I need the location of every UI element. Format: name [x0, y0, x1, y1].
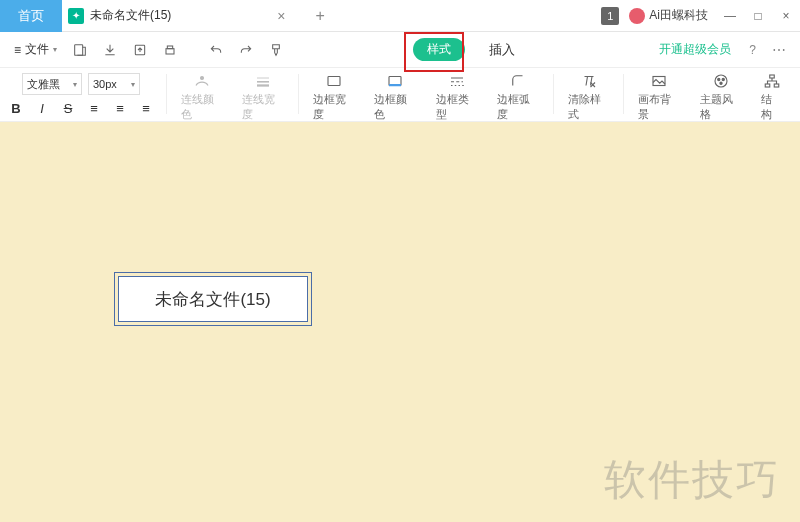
border-radius-label: 边框弧度 — [497, 92, 539, 122]
line-width-button[interactable]: 连线宽度 — [232, 72, 294, 122]
border-type-button[interactable]: 边框类型 — [426, 72, 488, 122]
export-button[interactable] — [127, 37, 153, 63]
font-family-value: 文雅黑 — [27, 77, 60, 92]
theme-style-label: 主题风格 — [700, 92, 742, 122]
window-controls: — □ × — [716, 9, 800, 23]
save-button[interactable] — [97, 37, 123, 63]
title-bar: 首页 ✦ 未命名文件(15) × + 1 Ai田螺科技 — □ × — [0, 0, 800, 32]
svg-rect-0 — [75, 44, 83, 55]
structure-button[interactable]: 结构 — [751, 72, 792, 122]
home-tab[interactable]: 首页 — [0, 0, 62, 32]
svg-rect-7 — [389, 84, 401, 86]
maximize-button[interactable]: □ — [744, 9, 772, 23]
close-window-button[interactable]: × — [772, 9, 800, 23]
root-node-text: 未命名文件(15) — [155, 288, 270, 311]
svg-rect-14 — [765, 84, 770, 87]
watermark-text: 软件技巧 — [604, 452, 780, 508]
svg-rect-13 — [769, 75, 774, 78]
chevron-down-icon: ▾ — [53, 45, 57, 54]
border-radius-button[interactable]: 边框弧度 — [487, 72, 549, 122]
align-center-button[interactable]: ≡ — [110, 97, 130, 119]
minimize-button[interactable]: — — [716, 9, 744, 23]
menu-bar: ≡ 文件 ▾ 样式 插入 开通超级会员 ? ⋯ — [0, 32, 800, 68]
border-width-button[interactable]: 边框宽度 — [303, 72, 365, 122]
theme-style-button[interactable]: 主题风格 — [690, 72, 752, 122]
border-type-label: 边框类型 — [436, 92, 478, 122]
font-family-select[interactable]: 文雅黑 ▾ — [22, 73, 82, 95]
redo-button[interactable] — [233, 37, 259, 63]
clear-style-button[interactable]: 清除样式 — [558, 72, 620, 122]
svg-rect-5 — [328, 77, 340, 86]
chevron-down-icon: ▾ — [73, 80, 77, 89]
separator — [623, 74, 624, 114]
file-tab[interactable]: ✦ 未命名文件(15) × — [62, 0, 296, 32]
member-link[interactable]: 开通超级会员 — [659, 41, 731, 58]
bold-button[interactable]: B — [6, 97, 26, 119]
root-node[interactable]: 未命名文件(15) — [118, 276, 308, 322]
new-button[interactable] — [67, 37, 93, 63]
close-tab-button[interactable]: × — [277, 8, 285, 24]
toolbar: 文雅黑 ▾ 30px ▾ B I S ≡ ≡ ≡ 连线颜色 连线宽度 边框宽度 — [0, 68, 800, 122]
svg-point-12 — [719, 82, 721, 84]
svg-rect-2 — [166, 48, 174, 53]
structure-label: 结构 — [761, 92, 782, 122]
format-painter-button[interactable] — [263, 37, 289, 63]
line-width-label: 连线宽度 — [242, 92, 284, 122]
document-icon: ✦ — [68, 8, 84, 24]
undo-button[interactable] — [203, 37, 229, 63]
font-size-value: 30px — [93, 78, 117, 90]
print-button[interactable] — [157, 37, 183, 63]
svg-point-9 — [715, 75, 727, 87]
hamburger-icon: ≡ — [14, 43, 21, 57]
svg-point-4 — [200, 77, 203, 80]
line-color-button[interactable]: 连线颜色 — [171, 72, 233, 122]
file-menu[interactable]: ≡ 文件 ▾ — [8, 41, 63, 58]
align-left-button[interactable]: ≡ — [84, 97, 104, 119]
svg-rect-3 — [167, 46, 172, 49]
separator — [166, 74, 167, 114]
canvas-area[interactable]: 未命名文件(15) 软件技巧 — [0, 122, 800, 522]
insert-tab[interactable]: 插入 — [473, 36, 531, 64]
canvas-bg-button[interactable]: 画布背景 — [628, 72, 690, 122]
border-color-label: 边框颜色 — [374, 92, 416, 122]
strikethrough-button[interactable]: S — [58, 97, 78, 119]
separator — [298, 74, 299, 114]
file-menu-label: 文件 — [25, 41, 49, 58]
file-tab-label: 未命名文件(15) — [90, 7, 171, 24]
separator — [553, 74, 554, 114]
border-width-label: 边框宽度 — [313, 92, 355, 122]
more-button[interactable]: ⋯ — [766, 42, 792, 58]
line-color-label: 连线颜色 — [181, 92, 223, 122]
avatar-icon — [629, 8, 645, 24]
align-right-button[interactable]: ≡ — [136, 97, 156, 119]
svg-point-10 — [717, 78, 719, 80]
add-tab-button[interactable]: + — [316, 7, 325, 25]
svg-rect-15 — [774, 84, 779, 87]
notification-badge[interactable]: 1 — [601, 7, 619, 25]
user-name: Ai田螺科技 — [649, 7, 708, 24]
font-size-select[interactable]: 30px ▾ — [88, 73, 140, 95]
italic-button[interactable]: I — [32, 97, 52, 119]
border-color-button[interactable]: 边框颜色 — [364, 72, 426, 122]
help-button[interactable]: ? — [743, 43, 762, 57]
canvas-bg-label: 画布背景 — [638, 92, 680, 122]
clear-style-label: 清除样式 — [568, 92, 610, 122]
user-account[interactable]: Ai田螺科技 — [629, 7, 708, 24]
svg-point-11 — [722, 78, 724, 80]
chevron-down-icon: ▾ — [131, 80, 135, 89]
style-tab[interactable]: 样式 — [413, 38, 465, 61]
font-group: 文雅黑 ▾ 30px ▾ B I S ≡ ≡ ≡ — [0, 72, 162, 120]
